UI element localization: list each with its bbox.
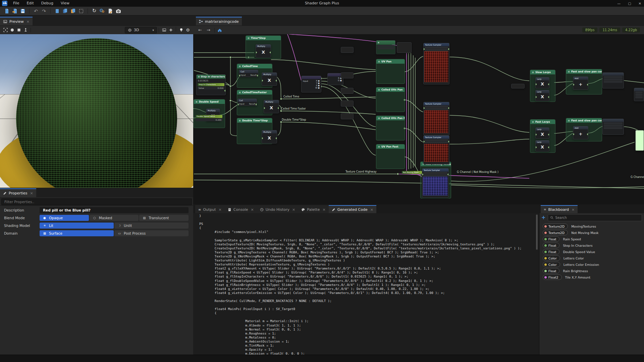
edit-document-icon[interactable] [107,8,114,14]
compile-gears-icon[interactable]: ⚙⚙ [99,8,106,14]
graph-node[interactable]: Ceil InputResult [237,99,257,106]
option-surface[interactable]: ▦Surface [40,230,114,236]
graph-node[interactable] [602,119,624,135]
graph-node[interactable] [341,47,354,53]
save-icon[interactable] [19,8,26,14]
graph-node[interactable]: Multiply X [262,130,277,143]
option-post-process[interactable]: ▭Post Process [114,230,189,236]
param-value-row[interactable]: 0.200 [196,118,222,121]
graph-node[interactable]: Ceil InputResult [239,70,258,77]
graph-node[interactable] [341,113,354,119]
forward-arrow-icon[interactable]: → [204,27,213,33]
graph-node[interactable] [397,42,412,53]
blackboard-item[interactable]: Texture2D Not Moving Mask [543,230,641,236]
close-icon[interactable]: × [292,207,295,212]
option-masked[interactable]: ○Masked [90,215,139,221]
close-icon[interactable]: × [251,207,254,212]
generated-code-view[interactable]: } PS { #include "common/pixel.hlsl" Samp… [193,213,539,355]
blackboard-item[interactable]: Float Rain Speed [543,236,641,242]
menu-file[interactable]: File [9,0,23,7]
wire-junction[interactable] [229,85,231,87]
tab-undo-history[interactable]: Undo History × [257,205,299,213]
wire-junction[interactable] [397,173,399,175]
sphere-icon[interactable] [9,27,15,34]
graph-node[interactable]: Not Moving Mask [401,170,423,175]
copy-page-icon[interactable] [53,8,61,14]
output-port[interactable] [275,137,277,139]
graph-group[interactable]: ≡Ceiled UVs Pan [376,87,405,112]
wire-junction[interactable] [229,56,231,58]
focus-icon[interactable] [2,27,9,34]
gear-icon[interactable]: ⚙ [184,27,191,34]
tab-generated-code[interactable]: Generated Code × [329,205,376,213]
graph-node[interactable]: Lerp X [535,127,549,139]
graph-group[interactable]: ≡UV Pan [376,59,405,84]
blackboard-item[interactable]: Color Letters Color [543,255,641,261]
output-port[interactable] [587,83,588,86]
output-port[interactable] [448,140,449,143]
tab-preview[interactable]: Preview × [0,17,33,25]
graph-node[interactable]: Multiply X [262,72,277,86]
graph-node[interactable]: Texture Sampler [423,102,449,135]
undo-icon[interactable]: ↶ [32,8,40,14]
graph-node[interactable]: Double Speed Value 0.200 [195,114,223,125]
graph-node[interactable] [341,72,354,78]
bulb-icon[interactable] [178,27,184,34]
tab-palette[interactable]: Palette × [298,205,328,213]
node-graph-canvas[interactable]: ≡Time*Step≡CeiledTime≡CeiledTimeFaster≡D… [193,34,644,204]
paste-pages-icon[interactable] [69,8,77,14]
blackboard-item[interactable]: Float Rain Brightness [543,268,641,274]
menu-edit[interactable]: Edit [23,0,37,7]
graph-node[interactable] [341,101,354,107]
preview-viewport[interactable] [0,34,193,188]
graph-node[interactable]: Add + [573,126,588,139]
blackboard-item[interactable]: Texture2D MovingTextures [543,223,641,229]
menu-debug[interactable]: Debug [38,0,57,7]
option-lit[interactable]: ☀Lit [40,223,114,229]
code-scrollbar[interactable] [536,215,538,250]
close-icon[interactable]: × [370,207,373,212]
graph-group[interactable]: ≡Ceiled UVs Pan Fast [376,116,405,140]
maximize-button[interactable]: ▢ [628,2,631,5]
close-button[interactable]: ✕ [639,2,641,5]
model-icon[interactable] [22,27,29,34]
output-port[interactable] [548,146,549,148]
graph-node[interactable]: ≡ Step in characters 0.015625 Step In Ch… [196,74,226,95]
graph-node[interactable]: Multiply X [264,100,279,113]
redo-icon[interactable]: ↷ [40,8,48,14]
wire-junction[interactable] [229,100,231,102]
color-swatch-node[interactable] [635,130,644,151]
output-port[interactable] [447,173,449,176]
graph-node[interactable] [602,72,624,88]
output-port[interactable] [275,79,277,82]
graph-node[interactable]: Add + [573,76,588,90]
tab-output[interactable]: ≡ Output × [195,205,225,213]
add-parameter-button[interactable]: + [541,215,546,220]
blackboard-item[interactable]: Float Double Speed Value [543,249,641,255]
graph-node[interactable] [634,88,644,101]
preview-mode-dropdown[interactable]: 3D ▾ [125,27,157,34]
option-translucent[interactable]: ▨Translucent [139,215,189,221]
output-port[interactable] [269,51,271,54]
sparkle-icon[interactable] [167,27,174,34]
back-arrow-icon[interactable]: ← [196,27,204,33]
tab-console[interactable]: Console × [225,205,257,213]
output-port[interactable] [548,133,549,136]
blackboard-search[interactable]: Search [548,214,642,221]
description-field[interactable]: Red pill or the Blue pill? [40,207,189,213]
tab-properties[interactable]: Properties × [0,188,36,197]
output-port[interactable] [224,89,226,92]
graph-node[interactable]: Texture Sampler [423,43,449,84]
select-box-icon[interactable] [77,8,85,14]
menu-view[interactable]: View [57,0,73,7]
output-port[interactable] [277,107,279,109]
output-port[interactable] [448,48,449,50]
cube-icon[interactable] [15,27,22,34]
tab-blackboard[interactable]: ≡ Blackboard × [541,205,578,213]
param-value-row[interactable]: Value0.016 [198,86,224,89]
tab-matrixrainingcode[interactable]: matrixrainingcode [196,17,242,25]
close-icon[interactable]: × [30,191,33,195]
screenshot-camera-icon[interactable] [115,8,122,14]
graph-node[interactable]: Lerp X [535,90,549,101]
output-port[interactable] [548,83,549,85]
